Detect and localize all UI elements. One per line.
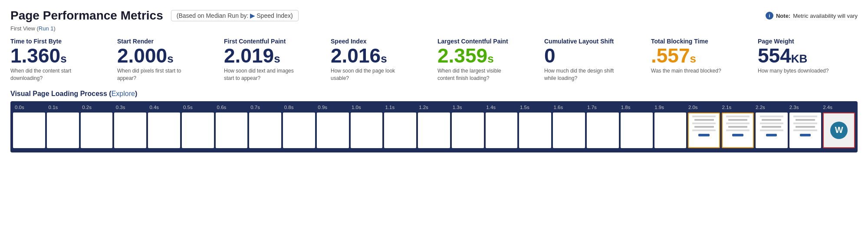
timeline-label-0: 0.0s	[13, 105, 47, 110]
frame-22[interactable]	[756, 113, 788, 148]
metric-label-ttfb: Time to First Byte	[10, 38, 110, 45]
frame-19[interactable]	[654, 113, 687, 148]
metric-value-tbt: .557s	[651, 46, 751, 66]
metric-desc-start-render: When did pixels first start to appear?	[117, 67, 195, 82]
timeline-label-6: 0.6s	[215, 105, 249, 110]
timeline-label-11: 1.1s	[384, 105, 418, 110]
metric-value-page-weight: 554KB	[758, 46, 858, 66]
metric-item-start-render: Start Render2.000sWhen did pixels first …	[117, 38, 224, 82]
timeline-label-2: 0.2s	[80, 105, 114, 110]
metric-desc-page-weight: How many bytes downloaded?	[758, 67, 836, 75]
timeline-label-12: 1.2s	[417, 105, 451, 110]
metric-label-start-render: Start Render	[117, 38, 217, 45]
frame-12[interactable]	[418, 113, 450, 148]
timeline-label-23: 2.3s	[788, 105, 822, 110]
frame-17[interactable]	[587, 113, 619, 148]
timeline-label-8: 0.8s	[283, 105, 316, 110]
frame-11[interactable]	[384, 113, 416, 148]
frame-6[interactable]	[216, 113, 248, 148]
metric-item-speed-index: Speed Index2.016sHow soon did the page l…	[331, 38, 437, 82]
metric-item-page-weight: Page Weight554KBHow many bytes downloade…	[758, 38, 858, 82]
timeline-label-17: 1.7s	[585, 105, 619, 110]
metric-value-speed-index: 2.016s	[331, 46, 431, 66]
metric-label-speed-index: Speed Index	[331, 38, 431, 45]
frame-24[interactable]: W	[823, 113, 855, 148]
frame-13[interactable]	[452, 113, 484, 148]
frame-2[interactable]	[81, 113, 113, 148]
first-view-prefix: First View (	[10, 25, 39, 32]
metric-value-start-render: 2.000s	[117, 46, 217, 66]
frame-4[interactable]	[148, 113, 180, 148]
metric-label-page-weight: Page Weight	[758, 38, 858, 45]
frame-15[interactable]	[519, 113, 551, 148]
timeline-label-18: 1.8s	[619, 105, 653, 110]
timeline-label-20: 2.0s	[687, 105, 720, 110]
metric-desc-cls: How much did the design shift while load…	[544, 67, 622, 82]
metric-desc-ttfb: When did the content start downloading?	[10, 67, 89, 82]
timeline-label-14: 1.4s	[484, 105, 518, 110]
timeline-label-16: 1.6s	[552, 105, 586, 110]
timeline-label-5: 0.5s	[181, 105, 215, 110]
frame-0[interactable]	[13, 113, 45, 148]
metric-item-fcp: First Contentful Paint2.019sHow soon did…	[224, 38, 331, 82]
header-row: Page Performance Metrics (Based on Media…	[10, 9, 858, 23]
frame-16[interactable]	[553, 113, 585, 148]
metric-desc-lcp: When did the largest visible content fin…	[437, 67, 516, 82]
metric-item-lcp: Largest Contentful Paint2.359sWhen did t…	[437, 38, 544, 82]
metric-item-tbt: Total Blocking Time.557sWas the main thr…	[651, 38, 758, 82]
frame-5[interactable]	[182, 113, 214, 148]
metric-value-cls: 0	[544, 46, 644, 66]
metric-label-fcp: First Contentful Paint	[224, 38, 324, 45]
page-title: Page Performance Metrics	[10, 9, 163, 23]
metric-desc-speed-index: How soon did the page look usable?	[331, 67, 409, 82]
timeline-label-13: 1.3s	[451, 105, 485, 110]
metric-desc-fcp: How soon did text and images start to ap…	[224, 67, 302, 82]
timeline-label-19: 1.9s	[653, 105, 687, 110]
timeline-label-7: 0.7s	[249, 105, 283, 110]
timeline-label-10: 1.0s	[350, 105, 384, 110]
metric-label-lcp: Largest Contentful Paint	[437, 38, 537, 45]
explore-link[interactable]: Explore	[112, 90, 135, 97]
median-label: (Based on Median Run by:	[177, 12, 249, 19]
frame-3[interactable]	[114, 113, 146, 148]
note-label: Note:	[776, 13, 790, 19]
frame-14[interactable]	[486, 113, 518, 148]
frame-18[interactable]	[621, 113, 653, 148]
timeline-label-9: 0.9s	[316, 105, 350, 110]
timeline-labels: 0.0s0.1s0.2s0.3s0.4s0.5s0.6s0.7s0.8s0.9s…	[13, 105, 855, 110]
frame-9[interactable]	[317, 113, 349, 148]
frame-8[interactable]	[283, 113, 315, 148]
metric-label-cls: Cumulative Layout Shift	[544, 38, 644, 45]
timeline-label-15: 1.5s	[518, 105, 552, 110]
vpl-header: Visual Page Loading Process (Explore)	[10, 90, 858, 98]
note-area: i Note: Metric availability will vary	[766, 12, 858, 20]
metric-value-lcp: 2.359s	[437, 46, 537, 66]
vpl-title: Visual Page Loading Process	[10, 90, 107, 97]
timeline-label-3: 0.3s	[114, 105, 148, 110]
timeline-frames: W	[13, 113, 855, 148]
timeline-label-1: 0.1s	[47, 105, 81, 110]
page-wrapper: Page Performance Metrics (Based on Media…	[0, 0, 868, 152]
timeline-label-22: 2.2s	[754, 105, 788, 110]
note-text: Metric availability will vary	[793, 13, 858, 19]
metric-desc-tbt: Was the main thread blocked?	[651, 67, 729, 75]
frame-7[interactable]	[249, 113, 281, 148]
frame-10[interactable]	[351, 113, 383, 148]
header-left: Page Performance Metrics (Based on Media…	[10, 9, 299, 23]
metric-item-cls: Cumulative Layout Shift0How much did the…	[544, 38, 651, 82]
timeline-label-4: 0.4s	[148, 105, 181, 110]
median-badge: (Based on Median Run by: ▶ Speed Index)	[171, 10, 299, 21]
frame-20[interactable]	[688, 113, 720, 148]
run-1-link[interactable]: Run 1	[39, 25, 54, 32]
frame-23[interactable]	[789, 113, 822, 148]
frame-21[interactable]	[722, 113, 754, 148]
metric-value-fcp: 2.019s	[224, 46, 324, 66]
first-view-suffix: )	[53, 25, 55, 32]
timeline-strip: 0.0s0.1s0.2s0.3s0.4s0.5s0.6s0.7s0.8s0.9s…	[10, 101, 858, 152]
metric-value-ttfb: 1.360s	[10, 46, 110, 66]
timeline-label-24: 2.4s	[821, 105, 855, 110]
first-view-row: First View (Run 1)	[10, 25, 858, 32]
metric-label-tbt: Total Blocking Time	[651, 38, 751, 45]
frame-1[interactable]	[47, 113, 79, 148]
metric-item-ttfb: Time to First Byte1.360sWhen did the con…	[10, 38, 117, 82]
